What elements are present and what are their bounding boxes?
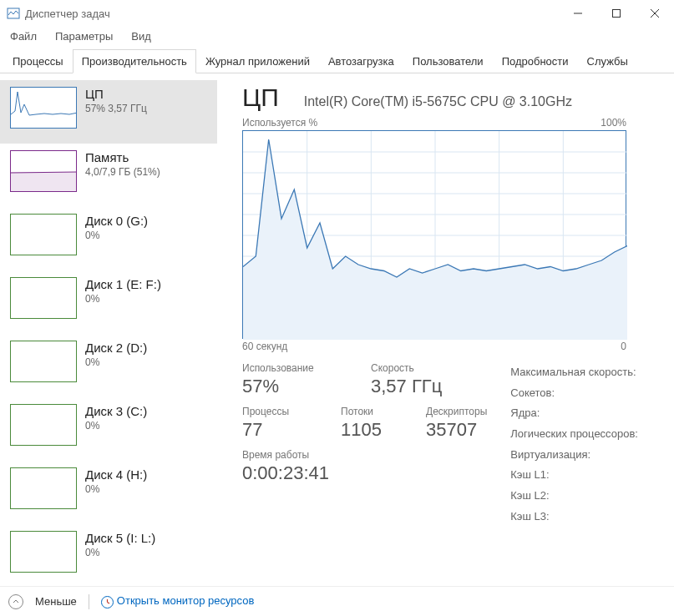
cpu-info-list: Максимальная скорость: Сокетов: Ядра: Ло… [510,362,638,528]
footer: Меньше Открыть монитор ресурсов [0,586,674,616]
resource-monitor-icon [101,596,114,608]
sidebar-item-sub: 0% [85,547,155,558]
tab-users[interactable]: Пользователи [403,49,493,73]
app-icon [7,7,20,20]
close-button[interactable] [636,0,674,27]
chart-x-left: 60 секунд [242,341,287,352]
speed-label: Скорость [371,362,442,374]
tabbar: Процессы Производительность Журнал прило… [0,48,674,73]
svg-line-22 [107,602,109,603]
sidebar-thumb [10,404,77,446]
usage-label: Использование [242,362,351,374]
sidebar-item-sub: 0% [85,420,147,432]
tab-services[interactable]: Службы [578,49,637,73]
sidebar-item-sub: 4,0/7,9 ГБ (51%) [85,166,160,178]
sidebar-thumb [10,150,77,192]
sidebar-item-1[interactable]: Память4,0/7,9 ГБ (51%) [0,144,217,207]
processes-value: 77 [242,419,321,441]
sidebar-item-title: Диск 5 (I: L:) [85,531,155,545]
open-resource-monitor-label: Открыть монитор ресурсов [117,594,254,607]
cache-l2-label: Кэш L2: [510,486,638,507]
sidebar-item-6[interactable]: Диск 4 (H:)0% [0,461,217,524]
open-resource-monitor-link[interactable]: Открыть монитор ресурсов [101,594,254,608]
sidebar-item-title: Диск 3 (C:) [85,404,147,418]
tab-processes[interactable]: Процессы [3,49,73,73]
threads-label: Потоки [341,406,406,417]
menu-view[interactable]: Вид [128,28,155,44]
tab-details[interactable]: Подробности [493,49,578,73]
sidebar-item-sub: 0% [85,356,147,368]
tab-app-history[interactable]: Журнал приложений [196,49,319,73]
max-speed-label: Максимальная скорость: [510,362,638,383]
maximize-button[interactable] [597,0,636,27]
speed-value: 3,57 ГГц [371,376,442,397]
sidebar-item-title: Диск 1 (E: F:) [85,277,161,291]
sidebar-item-5[interactable]: Диск 3 (C:)0% [0,397,217,461]
sidebar-item-title: Память [85,150,160,164]
sidebar-item-7[interactable]: Диск 5 (I: L:)0% [0,524,217,587]
handles-label: Дескрипторы [426,406,487,417]
window-title: Диспетчер задач [25,8,559,20]
sidebar-item-title: ЦП [85,87,147,101]
titlebar: Диспетчер задач [0,0,674,27]
fewer-details-icon[interactable] [8,594,23,609]
menu-options[interactable]: Параметры [52,28,116,44]
sidebar-thumb [10,87,77,129]
menu-file[interactable]: Файл [7,28,40,44]
menubar: Файл Параметры Вид [0,27,674,45]
virtualization-label: Виртуализация: [510,445,638,466]
main-panel: ЦП Intel(R) Core(TM) i5-5675C CPU @ 3.10… [217,73,674,587]
cache-l3-label: Кэш L3: [510,507,638,528]
tab-performance[interactable]: Производительность [73,49,196,73]
sidebar-item-4[interactable]: Диск 2 (D:)0% [0,334,217,397]
handles-value: 35707 [426,419,487,441]
cache-l1-label: Кэш L1: [510,465,638,486]
sidebar-thumb [10,277,77,319]
sockets-label: Сокетов: [510,383,638,404]
chart-x-right: 0 [621,341,626,352]
sidebar-item-sub: 0% [85,483,147,495]
cores-label: Ядра: [510,403,638,424]
sidebar-item-sub: 57% 3,57 ГГц [85,103,147,114]
svg-rect-2 [613,10,621,18]
sidebar[interactable]: ЦП57% 3,57 ГГцПамять4,0/7,9 ГБ (51%)Диск… [0,73,217,587]
sidebar-thumb [10,214,77,255]
chart-y-max: 100% [601,117,626,129]
sidebar-item-sub: 0% [85,293,161,305]
uptime-value: 0:00:23:41 [242,462,487,484]
sidebar-item-title: Диск 2 (D:) [85,341,147,355]
processes-label: Процессы [242,406,321,417]
threads-value: 1105 [341,419,406,441]
page-title: ЦП [242,83,279,112]
cpu-chart [242,130,626,339]
sidebar-thumb [10,467,77,509]
uptime-label: Время работы [242,449,487,461]
minimize-button[interactable] [559,0,597,27]
usage-value: 57% [242,376,351,397]
sidebar-item-title: Диск 0 (G:) [85,214,148,228]
sidebar-item-title: Диск 4 (H:) [85,467,147,482]
cpu-model: Intel(R) Core(TM) i5-5675C CPU @ 3.10GHz [304,94,572,109]
chart-y-label: Используется % [242,117,317,129]
footer-separator [89,594,89,609]
logical-procs-label: Логических процессоров: [510,424,638,445]
sidebar-item-3[interactable]: Диск 1 (E: F:)0% [0,270,217,334]
sidebar-item-sub: 0% [85,230,148,241]
sidebar-item-2[interactable]: Диск 0 (G:)0% [0,207,217,270]
fewer-details-link[interactable]: Меньше [35,595,77,608]
sidebar-item-0[interactable]: ЦП57% 3,57 ГГц [0,80,217,144]
sidebar-thumb [10,341,77,382]
sidebar-thumb [10,531,77,573]
svg-rect-5 [11,172,77,192]
tab-startup[interactable]: Автозагрузка [319,49,403,73]
